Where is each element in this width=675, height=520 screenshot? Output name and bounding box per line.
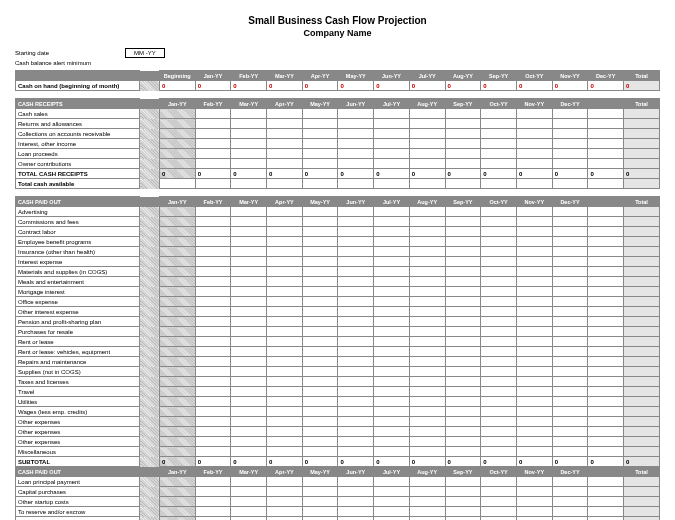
cell[interactable]	[374, 497, 410, 507]
cell[interactable]	[195, 207, 231, 217]
cell[interactable]	[516, 427, 552, 437]
cell[interactable]	[159, 139, 195, 149]
cell[interactable]	[231, 447, 267, 457]
cell[interactable]: 0	[302, 457, 338, 467]
cell[interactable]	[552, 297, 588, 307]
cell[interactable]	[231, 227, 267, 237]
cell[interactable]	[338, 207, 374, 217]
cell[interactable]	[195, 497, 231, 507]
cell[interactable]: 0	[267, 457, 303, 467]
cell[interactable]	[588, 267, 624, 277]
total-cell[interactable]	[624, 517, 660, 521]
cell[interactable]	[516, 257, 552, 267]
cell[interactable]	[374, 159, 410, 169]
cell[interactable]	[445, 227, 481, 237]
cell[interactable]	[588, 447, 624, 457]
cell[interactable]	[338, 367, 374, 377]
cell[interactable]	[338, 517, 374, 521]
cell[interactable]	[195, 277, 231, 287]
total-cell[interactable]	[624, 277, 660, 287]
cell[interactable]	[588, 247, 624, 257]
cell[interactable]	[552, 517, 588, 521]
cell[interactable]	[231, 367, 267, 377]
cell[interactable]	[481, 517, 517, 521]
cell[interactable]	[267, 477, 303, 487]
cell[interactable]	[481, 437, 517, 447]
cell[interactable]	[588, 427, 624, 437]
cell[interactable]: 0	[516, 169, 552, 179]
cell[interactable]	[338, 247, 374, 257]
cell[interactable]	[374, 247, 410, 257]
cell[interactable]	[159, 387, 195, 397]
cell[interactable]	[481, 247, 517, 257]
cell[interactable]	[588, 307, 624, 317]
cell[interactable]	[338, 139, 374, 149]
cell[interactable]	[231, 267, 267, 277]
cell[interactable]	[409, 357, 445, 367]
cell[interactable]	[374, 377, 410, 387]
cell[interactable]: 0	[481, 81, 517, 91]
cell[interactable]	[552, 397, 588, 407]
total-cell[interactable]	[624, 109, 660, 119]
cell[interactable]	[374, 109, 410, 119]
cell[interactable]	[588, 407, 624, 417]
cell[interactable]	[552, 267, 588, 277]
total-cell[interactable]	[624, 367, 660, 377]
cell[interactable]	[445, 427, 481, 437]
cell[interactable]	[409, 417, 445, 427]
cell[interactable]	[302, 517, 338, 521]
cell[interactable]	[588, 287, 624, 297]
cell[interactable]	[267, 287, 303, 297]
cell[interactable]	[302, 497, 338, 507]
cell[interactable]	[302, 367, 338, 377]
cell[interactable]	[552, 317, 588, 327]
cell[interactable]	[588, 159, 624, 169]
cell[interactable]	[409, 179, 445, 189]
cell[interactable]	[338, 347, 374, 357]
cell[interactable]	[552, 487, 588, 497]
cell[interactable]	[588, 397, 624, 407]
cell[interactable]	[552, 139, 588, 149]
cell[interactable]	[195, 129, 231, 139]
cell[interactable]: 0	[481, 457, 517, 467]
cell[interactable]	[231, 129, 267, 139]
cell[interactable]	[338, 267, 374, 277]
total-cell[interactable]	[624, 397, 660, 407]
cell[interactable]	[409, 297, 445, 307]
cell[interactable]	[409, 277, 445, 287]
cell[interactable]	[552, 129, 588, 139]
cell[interactable]	[338, 337, 374, 347]
cell[interactable]	[338, 179, 374, 189]
cell[interactable]	[159, 277, 195, 287]
cell[interactable]	[516, 397, 552, 407]
cell[interactable]	[231, 109, 267, 119]
cell[interactable]: 0	[374, 169, 410, 179]
cell[interactable]: 0	[267, 81, 303, 91]
cell[interactable]	[516, 317, 552, 327]
cell[interactable]	[267, 307, 303, 317]
cell[interactable]	[445, 497, 481, 507]
total-cell[interactable]: 0	[624, 81, 660, 91]
cell[interactable]	[516, 377, 552, 387]
cell[interactable]	[159, 119, 195, 129]
cell[interactable]	[588, 417, 624, 427]
cell[interactable]	[195, 257, 231, 267]
cell[interactable]	[267, 159, 303, 169]
cell[interactable]	[231, 407, 267, 417]
cell[interactable]	[409, 109, 445, 119]
cell[interactable]	[445, 407, 481, 417]
cell[interactable]: 0	[374, 457, 410, 467]
cell[interactable]	[445, 307, 481, 317]
cell[interactable]	[374, 317, 410, 327]
cell[interactable]	[374, 407, 410, 417]
total-cell[interactable]	[624, 347, 660, 357]
cell[interactable]	[231, 247, 267, 257]
cell[interactable]	[481, 397, 517, 407]
cell[interactable]	[302, 377, 338, 387]
cell[interactable]: 0	[516, 81, 552, 91]
cell[interactable]	[159, 207, 195, 217]
cell[interactable]	[338, 129, 374, 139]
cell[interactable]	[481, 337, 517, 347]
total-cell[interactable]	[624, 287, 660, 297]
cell[interactable]	[374, 507, 410, 517]
